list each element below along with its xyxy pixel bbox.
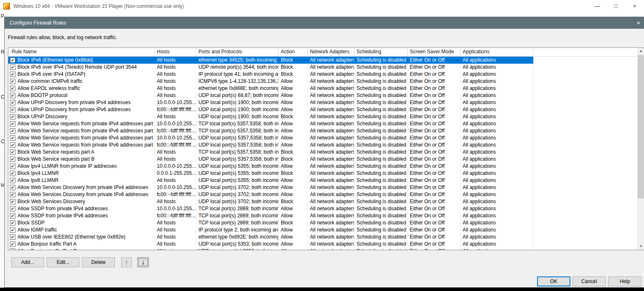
cell-rule-name: Block Web Service requests part A: [8, 149, 155, 156]
cell-hosts: fc00::-fdff:ffff:ffff:...: [155, 127, 196, 134]
table-row[interactable]: ✔Block Web Service requests part AAll ho…: [8, 149, 637, 156]
cell-action: Allow: [279, 106, 308, 113]
vertical-scrollbar[interactable]: ▲ ▼: [637, 48, 644, 250]
scroll-down-icon[interactable]: ▼: [638, 243, 644, 250]
ok-button[interactable]: OK: [537, 276, 570, 286]
table-row[interactable]: ✔Allow Web Service requests from private…: [8, 120, 637, 127]
column-header-network-adapters[interactable]: Network Adapters: [308, 48, 354, 56]
scrollbar-thumb[interactable]: [638, 55, 644, 199]
rule-checkbox[interactable]: ✔: [10, 65, 15, 70]
table-row[interactable]: ✔Allow Bonjour traffic Part BAll hostsUD…: [8, 248, 637, 250]
scroll-up-icon[interactable]: ▲: [638, 48, 644, 55]
rule-checkbox[interactable]: ✔: [10, 249, 15, 250]
column-header-screen-saver-mode[interactable]: Screen Saver Mode: [408, 48, 461, 56]
cell-scheduling: Scheduling is disabled: [354, 106, 408, 113]
table-row[interactable]: ✔Block IPv6 over IPv4 (Teredo) Remote UD…: [8, 64, 637, 71]
table-row[interactable]: ✔Allow Ipv4 LLMNR from private IP addres…: [8, 163, 637, 170]
rule-checkbox[interactable]: ✔: [10, 149, 15, 155]
rule-checkbox[interactable]: ✔: [10, 121, 15, 127]
dialog-close-icon[interactable]: ×: [637, 19, 640, 26]
rule-checkbox[interactable]: ✔: [10, 72, 15, 77]
column-header-hosts[interactable]: Hosts: [155, 48, 196, 56]
rule-checkbox[interactable]: ✔: [10, 107, 15, 112]
rule-checkbox[interactable]: ✔: [10, 234, 15, 240]
table-row[interactable]: ✔Allow BOOTP protocolAll hostsUDP local …: [8, 92, 637, 99]
table-row[interactable]: ✔Allow EAPOL wireless trafficAll hostset…: [8, 85, 637, 92]
rule-checkbox[interactable]: ✔: [10, 241, 15, 247]
table-row[interactable]: ✔Allow SSDP from private IPv4 addresses1…: [8, 205, 637, 212]
rule-checkbox[interactable]: ✔: [10, 57, 15, 63]
table-row[interactable]: ✔Block IPv6 (Ethernet type 0x86dd)All ho…: [8, 57, 637, 64]
rule-checkbox[interactable]: ✔: [10, 220, 15, 226]
cell-ports-protocols: ethernet type 34525; both incoming a...: [196, 57, 279, 64]
rule-checkbox[interactable]: ✔: [10, 135, 15, 141]
table-row[interactable]: ✔Allow common ICMPv6 trafficAll hostsICM…: [8, 78, 637, 85]
dialog-title: Configure Firewall Rules: [10, 20, 66, 26]
move-down-button[interactable]: ↓: [137, 257, 149, 267]
cell-network-adapters: All network adapters: [308, 120, 354, 127]
table-row[interactable]: ✔Block SSDPAll hostsTCP local port(s) 28…: [8, 219, 637, 226]
table-row[interactable]: ✔Allow SSDP from private IPv6 addressesf…: [8, 212, 637, 219]
table-row[interactable]: ✔Allow Bonjour traffic Part AAll hostsUD…: [8, 241, 637, 248]
cell-applications: All applications: [461, 78, 533, 85]
cell-rule-name: Block Web Services Discovery: [8, 198, 155, 205]
rule-checkbox[interactable]: ✔: [10, 227, 15, 233]
table-row[interactable]: ✔Block Ipv4 LLMNR0.0.0.1-255.255....UDP …: [8, 170, 637, 177]
table-row[interactable]: ✔Allow Ipv6 LLMNRAll hostsUDP local port…: [8, 177, 637, 184]
dialog-titlebar[interactable]: Configure Firewall Rules ×: [5, 17, 644, 29]
move-up-button[interactable]: ↑: [121, 257, 132, 267]
cell-hosts: All hosts: [155, 113, 196, 120]
close-icon[interactable]: ×: [625, 0, 644, 12]
rule-checkbox[interactable]: ✔: [10, 164, 15, 169]
table-row[interactable]: ✔Allow USB over IEEE802 (Ethernet type 0…: [8, 234, 637, 241]
column-header-applications[interactable]: Applications: [461, 48, 533, 56]
table-row[interactable]: ✔Allow Web Service requests from private…: [8, 127, 637, 134]
rule-checkbox[interactable]: ✔: [10, 93, 15, 98]
edit-button[interactable]: Edit...: [47, 257, 79, 267]
table-row[interactable]: ✔Block IPv6 over IPv4 (ISATAP)All hostsI…: [8, 71, 637, 78]
table-row[interactable]: ✔Block Web Service requests part BAll ho…: [8, 156, 637, 163]
cell-rule-name: Allow Bonjour traffic Part B: [8, 248, 155, 250]
background-text-fragment: C: [1, 139, 4, 144]
column-header-rule-name[interactable]: Rule Name: [8, 48, 155, 56]
rule-checkbox[interactable]: ✔: [10, 128, 15, 134]
cell-applications: All applications: [461, 142, 533, 149]
table-row[interactable]: ✔Allow Web Services Discovery from priva…: [8, 191, 637, 198]
maximize-icon[interactable]: □: [607, 0, 625, 12]
table-row[interactable]: ✔Block UPnP DiscoveryAll hostsUDP local …: [8, 113, 637, 120]
table-row[interactable]: ✔Allow UPnP Discovery from private IPv6 …: [8, 106, 637, 113]
cell-action: Allow: [279, 134, 308, 142]
cell-action: Allow: [279, 184, 308, 191]
rule-checkbox[interactable]: ✔: [10, 157, 15, 162]
add-button[interactable]: Add...: [11, 257, 44, 267]
rule-checkbox[interactable]: ✔: [10, 79, 15, 84]
cell-rule-name: Allow Web Services Discovery from privat…: [8, 184, 155, 191]
table-row[interactable]: ✔Allow UPnP Discovery from private IPv4 …: [8, 99, 637, 106]
rule-checkbox[interactable]: ✔: [10, 206, 15, 211]
minimize-icon[interactable]: —: [588, 0, 607, 12]
column-header-scheduling[interactable]: Scheduling: [354, 48, 408, 56]
cell-network-adapters: All network adapters: [308, 219, 354, 226]
help-button[interactable]: Help: [608, 276, 642, 286]
rule-checkbox[interactable]: ✔: [10, 199, 15, 204]
column-header-ports-protocols[interactable]: Ports and Protocols: [196, 48, 279, 56]
delete-button[interactable]: Delete: [82, 257, 115, 267]
table-row[interactable]: ✔Block Web Services DiscoveryAll hostsUD…: [8, 198, 637, 205]
rule-checkbox[interactable]: ✔: [10, 114, 15, 119]
rule-checkbox[interactable]: ✔: [10, 86, 15, 91]
column-header-action[interactable]: Action: [279, 48, 308, 56]
table-row[interactable]: ✔Allow Web Service requests from private…: [8, 134, 637, 142]
rule-checkbox[interactable]: ✔: [10, 192, 15, 197]
vmware-window-titlebar[interactable]: Windows 10 x64 - VMware Workstation 15 P…: [0, 0, 644, 13]
rule-checkbox[interactable]: ✔: [10, 178, 15, 183]
rule-checkbox[interactable]: ✔: [10, 171, 15, 176]
rule-checkbox[interactable]: ✔: [10, 142, 15, 148]
rule-checkbox[interactable]: ✔: [10, 100, 15, 105]
rule-checkbox[interactable]: ✔: [10, 213, 15, 219]
table-row[interactable]: ✔Allow Web Services Discovery from priva…: [8, 184, 637, 191]
player-menu-fragment: P: [1, 13, 4, 19]
cancel-button[interactable]: Cancel: [572, 276, 606, 286]
table-row[interactable]: ✔Allow Web Service requests from private…: [8, 142, 637, 149]
rule-checkbox[interactable]: ✔: [10, 185, 15, 190]
table-row[interactable]: ✔Allow IGMP trafficAll hostsIP protocol …: [8, 226, 637, 234]
